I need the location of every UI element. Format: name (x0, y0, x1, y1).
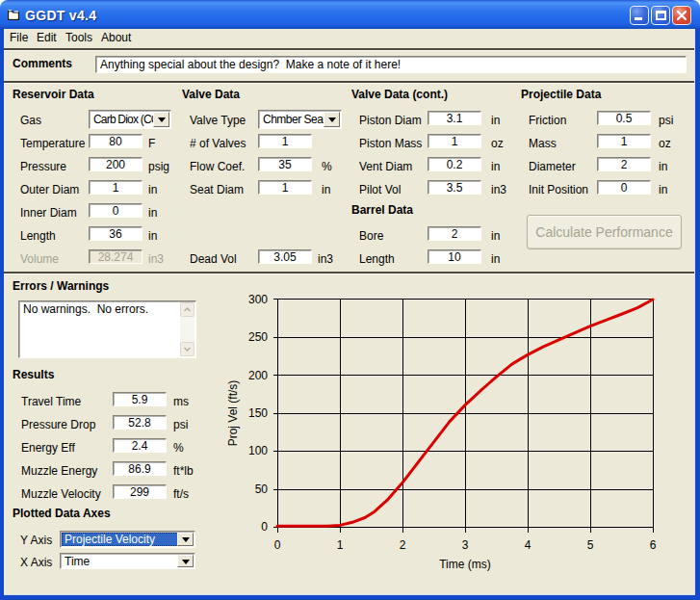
svg-text:3: 3 (462, 538, 469, 552)
svg-text:5: 5 (587, 538, 594, 552)
svg-text:1: 1 (337, 538, 344, 552)
svg-text:0: 0 (274, 538, 281, 552)
svg-text:Proj Vel (ft/s): Proj Vel (ft/s) (226, 380, 240, 447)
svg-text:2: 2 (400, 538, 406, 552)
svg-text:Time (ms): Time (ms) (439, 558, 491, 571)
svg-text:100: 100 (248, 444, 268, 457)
svg-text:250: 250 (248, 330, 268, 344)
svg-text:4: 4 (525, 538, 531, 552)
svg-text:150: 150 (248, 406, 268, 420)
svg-text:300: 300 (248, 293, 268, 306)
svg-text:200: 200 (248, 369, 268, 382)
svg-text:0: 0 (261, 520, 268, 534)
svg-text:6: 6 (650, 538, 657, 552)
svg-text:50: 50 (255, 483, 269, 496)
